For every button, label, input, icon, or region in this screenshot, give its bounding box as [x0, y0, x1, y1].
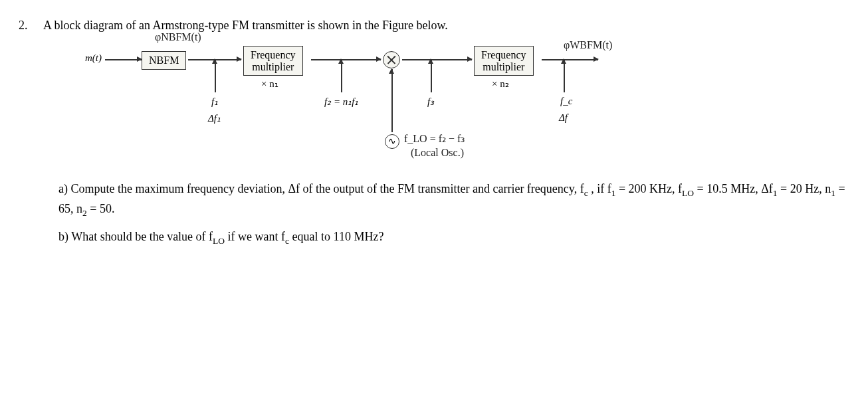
- block-mult1: Frequency multiplier: [243, 46, 303, 76]
- block-nbfm: NBFM: [142, 51, 186, 70]
- a-t3: = 200 KHz, f: [615, 182, 682, 195]
- mixer-icon: [383, 51, 400, 68]
- a-t4: = 10.5 MHz, Δf: [694, 182, 773, 195]
- mult2-line2: multiplier: [483, 61, 524, 72]
- part-a: a) Compute the maximum frequency deviati…: [58, 180, 847, 220]
- b-s1: LO: [213, 235, 225, 245]
- b-t3: equal to 110 MHz?: [289, 230, 383, 243]
- part-b: b) What should be the value of fLO if we…: [58, 228, 847, 248]
- a-t1: a) Compute the maximum frequency deviati…: [58, 182, 584, 195]
- a-s4: 1: [773, 188, 778, 198]
- a-t5: = 20 Hz, n: [778, 182, 831, 195]
- label-df: Δf: [559, 112, 568, 124]
- b-t1: b) What should be the value of f: [58, 230, 213, 243]
- mult1-line2: multiplier: [252, 61, 294, 72]
- block-mult2: Frequency multiplier: [474, 46, 534, 76]
- hand-nbfm-signal: φNBFM(t): [155, 31, 201, 43]
- arrow-2: [311, 59, 381, 60]
- problem-number: 2.: [19, 19, 28, 33]
- a-t2: , if f: [588, 182, 611, 195]
- arrow-in: [105, 59, 142, 60]
- mult2-factor: × n₂: [492, 78, 509, 90]
- label-f2: f₂ = n₁f₁: [324, 96, 358, 108]
- label-fc: f_c: [560, 96, 572, 107]
- mult2-line1: Frequency: [481, 49, 526, 60]
- arrow-out: [542, 59, 598, 60]
- block-diagram: m(t) NBFM φNBFM(t) Frequency multiplier …: [85, 39, 820, 172]
- oscillator-icon: ∿: [385, 134, 399, 149]
- varrow-f3: [431, 59, 432, 92]
- varrow-lo: [391, 69, 393, 132]
- label-f1: f₁: [211, 96, 218, 108]
- hand-local-osc: (Local Osc.): [411, 147, 464, 159]
- a-s3: LO: [682, 188, 694, 198]
- arrow-3: [402, 59, 472, 60]
- a-s6: 2: [82, 207, 87, 217]
- varrow-f2: [341, 59, 342, 92]
- input-label: m(t): [85, 52, 102, 64]
- a-s5: 1: [831, 188, 835, 198]
- varrow-fc: [564, 59, 565, 92]
- problem-statement: A block diagram of an Armstrong-type FM …: [43, 19, 448, 32]
- mult1-line1: Frequency: [251, 49, 296, 60]
- hand-flo: f_LO = f₂ − f₃: [404, 132, 465, 145]
- varrow-f1: [215, 59, 216, 92]
- a-t7: = 50.: [87, 202, 115, 215]
- problem-header: 2. A block diagram of an Armstrong-type …: [19, 19, 860, 33]
- b-t2: if we want f: [225, 230, 285, 243]
- label-df1: Δf₁: [208, 112, 221, 124]
- mult1-factor: × n₁: [261, 78, 278, 90]
- label-f3: f₃: [427, 96, 434, 108]
- hand-wbfm-signal: φWBFM(t): [564, 39, 612, 51]
